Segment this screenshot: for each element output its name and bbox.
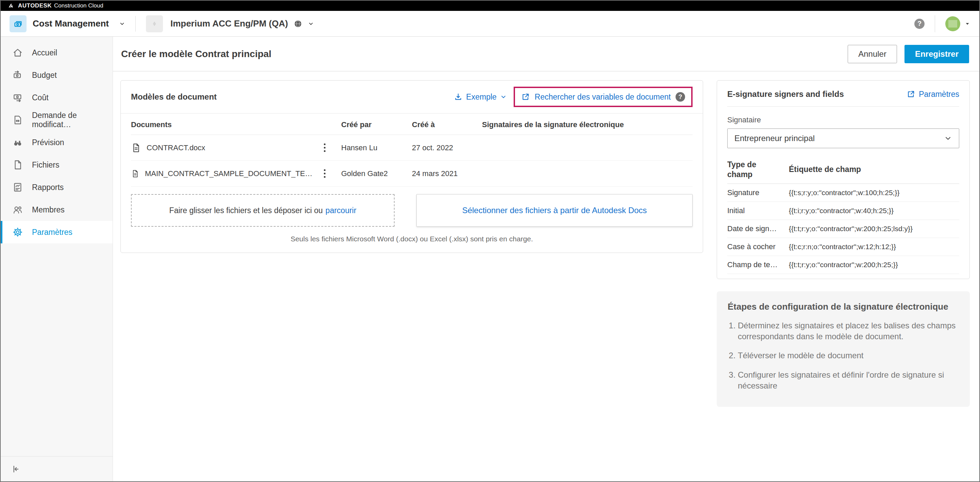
collapse-sidebar-button[interactable] bbox=[11, 464, 21, 474]
sidebar-item-budget[interactable]: Budget bbox=[1, 64, 113, 86]
row-menu-button[interactable] bbox=[317, 141, 332, 155]
esignature-settings-link[interactable]: Paramètres bbox=[907, 90, 959, 99]
table-row: Signature {{t:s;r:y;o:"contractor";w:100… bbox=[727, 184, 959, 202]
step-item: Téléverser le modèle de document bbox=[738, 350, 959, 361]
esignature-steps-box: Étapes de configuration de la signature … bbox=[717, 291, 970, 407]
sidebar-item-label: Prévision bbox=[32, 138, 64, 147]
cancel-button[interactable]: Annuler bbox=[848, 45, 897, 63]
created-at-cell: 24 mars 2021 bbox=[412, 169, 482, 178]
autodesk-logo-icon bbox=[8, 2, 15, 9]
sidebar: Accueil Budget Coût Demande de modificat… bbox=[1, 37, 113, 481]
templates-card-title: Modèles de document bbox=[131, 92, 217, 101]
gear-icon bbox=[12, 227, 23, 238]
project-name: Imperium ACC Eng/PM (QA) bbox=[170, 18, 288, 29]
example-dropdown[interactable]: Exemple bbox=[454, 92, 506, 101]
search-variables-highlight: Rechercher des variables de document ? bbox=[514, 87, 692, 107]
signer-select-value: Entrepreneur principal bbox=[734, 133, 815, 143]
page-header: Créer le modèle Contrat principal Annule… bbox=[113, 37, 979, 71]
chevron-down-icon bbox=[500, 94, 507, 100]
row-menu-button[interactable] bbox=[317, 166, 332, 181]
sidebar-item-prevision[interactable]: Prévision bbox=[1, 131, 113, 154]
sidebar-item-rapports[interactable]: Rapports bbox=[1, 176, 113, 198]
globe-icon bbox=[294, 19, 302, 28]
documents-table-header: Documents Créé par Créé à Signataires de… bbox=[131, 114, 692, 135]
sidebar-item-membres[interactable]: Membres bbox=[1, 198, 113, 221]
download-icon bbox=[454, 92, 463, 101]
documents-table: Documents Créé par Créé à Signataires de… bbox=[121, 114, 703, 187]
app-switcher[interactable]: Cost Management bbox=[10, 15, 125, 32]
project-thumbnail bbox=[146, 15, 163, 32]
document-file-icon bbox=[131, 143, 141, 153]
external-link-icon bbox=[521, 92, 530, 101]
steps-title: Étapes de configuration de la signature … bbox=[728, 301, 959, 312]
created-at-cell: 27 oct. 2022 bbox=[412, 143, 482, 152]
cost-icon bbox=[12, 92, 23, 103]
table-row: Champ de te… {{t:t;r:y;o:"contractor";w:… bbox=[727, 256, 959, 274]
field-types-table: Type de champ Étiquette de champ Signatu… bbox=[727, 159, 959, 274]
column-header-created-by: Créé par bbox=[341, 121, 412, 129]
app-header: Cost Management Imperium ACC Eng/PM (QA)… bbox=[1, 11, 979, 37]
sidebar-item-parametres[interactable]: Paramètres bbox=[1, 221, 113, 243]
settings-link-label: Paramètres bbox=[919, 90, 959, 99]
example-label: Exemple bbox=[466, 92, 496, 101]
avatar[interactable] bbox=[945, 16, 960, 31]
signer-select[interactable]: Entrepreneur principal bbox=[727, 128, 959, 148]
sidebar-footer bbox=[1, 456, 113, 481]
budget-icon bbox=[12, 70, 23, 81]
step-item: Déterminez les signataires et placez les… bbox=[738, 320, 959, 342]
column-header-created-at: Créé à bbox=[412, 121, 482, 129]
templates-card-actions: Exemple Rechercher des variables de docu… bbox=[454, 87, 692, 107]
document-name-cell: MAIN_CONTRACT_SAMPLE_DOCUMENT_TEMPLATE.d… bbox=[131, 169, 317, 179]
supported-files-note: Seuls les fichiers Microsoft Word (.docx… bbox=[121, 227, 703, 252]
chevron-down-icon bbox=[119, 21, 125, 27]
search-variables-link[interactable]: Rechercher des variables de document bbox=[535, 92, 671, 101]
column-header-field-type: Type de champ bbox=[727, 160, 783, 179]
esignature-card-header: E-signature signers and fields Paramètre… bbox=[717, 81, 969, 106]
project-selector[interactable]: Imperium ACC Eng/PM (QA) bbox=[146, 15, 314, 32]
table-row: CONTRACT.docx Hansen Lu 27 oct. 2022 bbox=[131, 135, 692, 161]
help-button[interactable]: ? bbox=[914, 19, 924, 29]
dropzone-text: Faire glisser les fichiers et les dépose… bbox=[169, 206, 323, 215]
external-link-icon bbox=[907, 90, 915, 98]
sidebar-item-accueil[interactable]: Accueil bbox=[1, 41, 113, 64]
page-actions: Annuler Enregistrer bbox=[848, 45, 969, 63]
brand-name: AUTODESK bbox=[18, 2, 52, 9]
help-icon[interactable]: ? bbox=[676, 92, 685, 101]
sidebar-item-cout[interactable]: Coût bbox=[1, 86, 113, 109]
sidebar-item-demande-de-modification[interactable]: Demande de modificat… bbox=[1, 109, 113, 131]
sidebar-item-label: Coût bbox=[32, 93, 49, 102]
esignature-card: E-signature signers and fields Paramètre… bbox=[717, 80, 970, 279]
created-by-cell: Hansen Lu bbox=[341, 143, 412, 152]
browse-link[interactable]: parcourir bbox=[326, 206, 356, 215]
main-area: Créer le modèle Contrat principal Annule… bbox=[113, 37, 979, 481]
save-button[interactable]: Enregistrer bbox=[905, 45, 969, 63]
sidebar-item-label: Paramètres bbox=[32, 228, 72, 237]
steps-list: Déterminez les signataires et placez les… bbox=[738, 320, 959, 392]
document-templates-card: Modèles de document Exemple bbox=[121, 80, 703, 253]
table-row: Case à cocher {{t:c;r:n;o:"contractor";w… bbox=[727, 238, 959, 256]
file-dropzone[interactable]: Faire glisser les fichiers et les dépose… bbox=[131, 194, 395, 227]
sidebar-item-label: Accueil bbox=[32, 48, 57, 57]
table-row: MAIN_CONTRACT_SAMPLE_DOCUMENT_TEMPLATE.d… bbox=[131, 161, 692, 187]
header-divider bbox=[935, 15, 935, 32]
app-name: Cost Management bbox=[33, 18, 109, 29]
document-file-icon bbox=[131, 169, 140, 179]
sidebar-item-label: Fichiers bbox=[32, 160, 59, 170]
table-row: Initial {{t:i;r:y;o:"contractor";w:40;h:… bbox=[727, 202, 959, 220]
cost-management-icon bbox=[10, 15, 27, 32]
forecast-icon bbox=[12, 137, 23, 148]
sidebar-item-label: Membres bbox=[32, 205, 65, 214]
chevron-down-icon bbox=[944, 134, 952, 143]
step-item: Configurer les signataires et définir l'… bbox=[738, 369, 959, 392]
sidebar-item-label: Demande de modificat… bbox=[32, 111, 113, 129]
sidebar-item-fichiers[interactable]: Fichiers bbox=[1, 154, 113, 176]
select-from-docs-button[interactable]: Sélectionner des fichiers à partir de Au… bbox=[416, 194, 692, 227]
upload-zones: Faire glisser les fichiers et les dépose… bbox=[131, 194, 692, 227]
right-column: E-signature signers and fields Paramètre… bbox=[717, 80, 970, 407]
reports-icon bbox=[12, 182, 23, 193]
top-bar: AUTODESK Construction Cloud bbox=[1, 1, 979, 11]
page-content: Modèles de document Exemple bbox=[113, 71, 979, 481]
account-chevron-down-icon[interactable] bbox=[964, 21, 970, 27]
field-types-header: Type de champ Étiquette de champ bbox=[727, 159, 959, 184]
chevron-down-icon bbox=[308, 21, 314, 27]
